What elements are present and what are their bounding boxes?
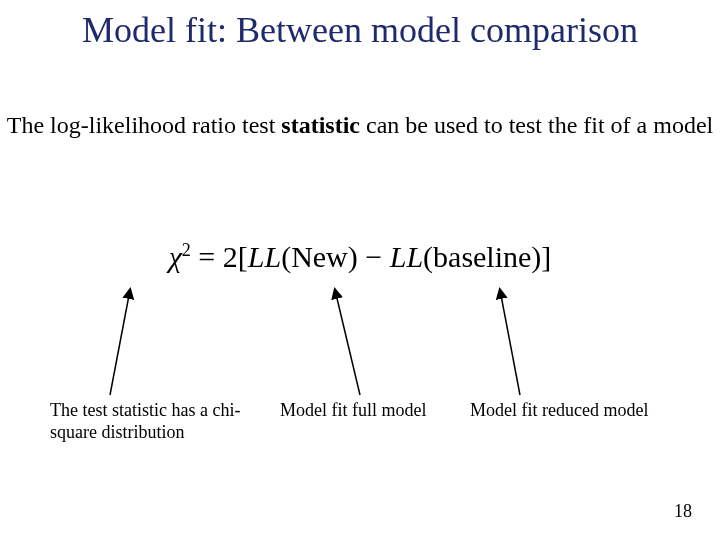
formula-minus: − xyxy=(358,240,390,273)
formula-eq: = xyxy=(191,240,223,273)
arrow-mid-icon xyxy=(335,290,360,395)
subtitle-pre: The log-likelihood ratio test xyxy=(7,112,282,138)
formula-arg1: (New) xyxy=(281,240,358,273)
formula-close: ] xyxy=(541,240,551,273)
annotation-reduced-model: Model fit reduced model xyxy=(470,400,690,422)
formula-coef: 2 xyxy=(223,240,238,273)
slide-title: Model fit: Between model comparison xyxy=(0,10,720,51)
subtitle-bold: statistic xyxy=(281,112,360,138)
formula: χ2 = 2[LL(New) − LL(baseline)] xyxy=(0,240,720,274)
slide-subtitle: The log-likelihood ratio test statistic … xyxy=(0,110,720,140)
page-number: 18 xyxy=(674,501,692,522)
formula-fn1: LL xyxy=(248,240,281,273)
annotation-chi-square: The test statistic has a chi-square dist… xyxy=(50,400,250,443)
formula-fn2: LL xyxy=(390,240,423,273)
arrow-left-icon xyxy=(110,290,130,395)
annotation-full-model: Model fit full model xyxy=(280,400,470,422)
arrow-right-icon xyxy=(500,290,520,395)
chi-symbol: χ xyxy=(169,240,182,273)
formula-arg2: (baseline) xyxy=(423,240,541,273)
formula-open: [ xyxy=(238,240,248,273)
chi-exponent: 2 xyxy=(182,240,191,260)
subtitle-post: can be used to test the fit of a model xyxy=(360,112,713,138)
